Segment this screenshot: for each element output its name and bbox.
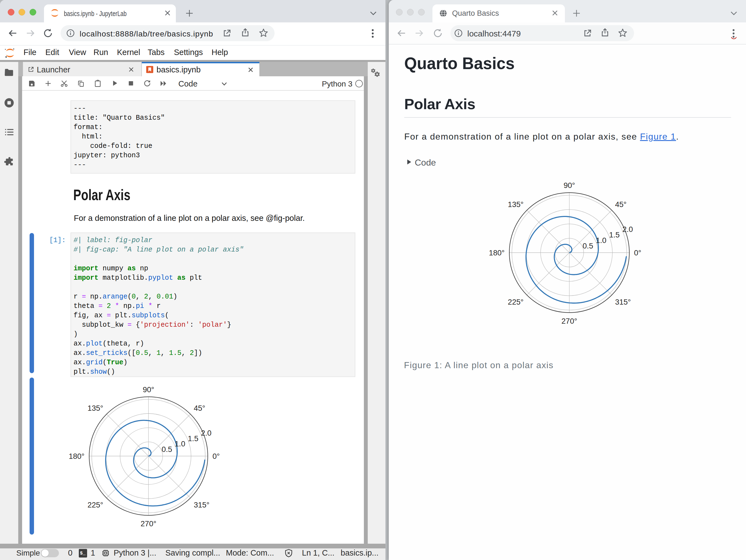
svg-text:0°: 0° [212, 452, 220, 461]
svg-text:1.0: 1.0 [596, 236, 606, 245]
svg-text:315°: 315° [194, 501, 209, 509]
svg-text:90°: 90° [143, 385, 154, 394]
svg-text:0°: 0° [634, 248, 641, 257]
svg-text:180°: 180° [69, 452, 85, 461]
svg-text:180°: 180° [489, 248, 505, 257]
svg-text:270°: 270° [562, 317, 577, 325]
svg-text:2.0: 2.0 [201, 429, 211, 437]
svg-text:315°: 315° [615, 298, 631, 306]
svg-text:2.0: 2.0 [623, 225, 633, 234]
svg-text:90°: 90° [564, 181, 575, 189]
svg-text:45°: 45° [194, 404, 205, 412]
svg-text:1.0: 1.0 [175, 440, 185, 448]
svg-text:1.5: 1.5 [188, 434, 198, 443]
svg-text:0.5: 0.5 [582, 242, 593, 250]
svg-text:225°: 225° [87, 501, 103, 509]
svg-text:135°: 135° [508, 200, 524, 209]
svg-text:225°: 225° [508, 298, 524, 306]
svg-text:270°: 270° [141, 519, 156, 528]
svg-text:45°: 45° [615, 200, 627, 209]
svg-text:1.5: 1.5 [609, 231, 620, 239]
svg-text:0.5: 0.5 [162, 445, 172, 453]
svg-text:135°: 135° [87, 404, 103, 412]
